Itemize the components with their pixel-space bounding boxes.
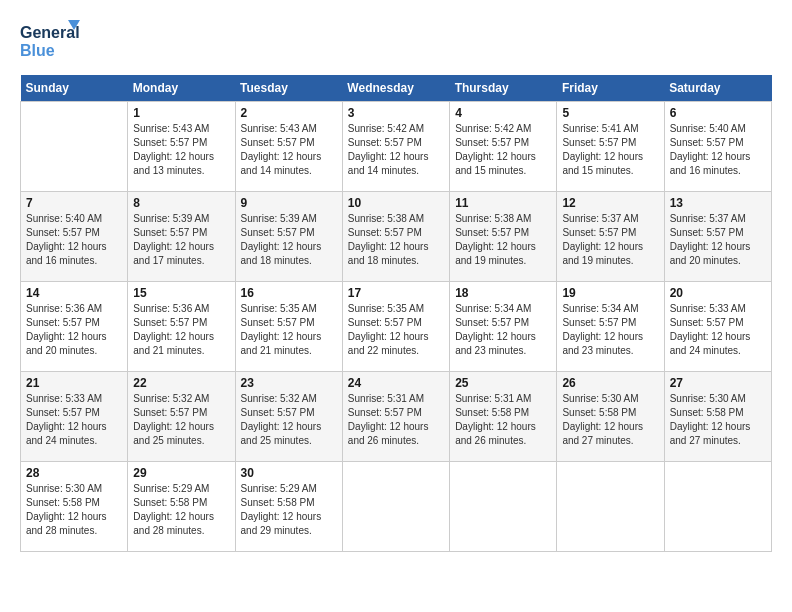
day-info: Sunrise: 5:43 AM Sunset: 5:57 PM Dayligh… xyxy=(241,122,337,178)
calendar-cell: 20Sunrise: 5:33 AM Sunset: 5:57 PM Dayli… xyxy=(664,282,771,372)
calendar-cell: 12Sunrise: 5:37 AM Sunset: 5:57 PM Dayli… xyxy=(557,192,664,282)
day-info: Sunrise: 5:37 AM Sunset: 5:57 PM Dayligh… xyxy=(562,212,658,268)
calendar-cell: 24Sunrise: 5:31 AM Sunset: 5:57 PM Dayli… xyxy=(342,372,449,462)
day-number: 8 xyxy=(133,196,229,210)
day-number: 3 xyxy=(348,106,444,120)
calendar-cell: 22Sunrise: 5:32 AM Sunset: 5:57 PM Dayli… xyxy=(128,372,235,462)
calendar-cell: 2Sunrise: 5:43 AM Sunset: 5:57 PM Daylig… xyxy=(235,102,342,192)
day-number: 20 xyxy=(670,286,766,300)
calendar-cell: 16Sunrise: 5:35 AM Sunset: 5:57 PM Dayli… xyxy=(235,282,342,372)
day-info: Sunrise: 5:35 AM Sunset: 5:57 PM Dayligh… xyxy=(241,302,337,358)
days-header-row: SundayMondayTuesdayWednesdayThursdayFrid… xyxy=(21,75,772,102)
day-number: 11 xyxy=(455,196,551,210)
day-info: Sunrise: 5:38 AM Sunset: 5:57 PM Dayligh… xyxy=(455,212,551,268)
day-info: Sunrise: 5:33 AM Sunset: 5:57 PM Dayligh… xyxy=(670,302,766,358)
day-number: 23 xyxy=(241,376,337,390)
calendar-cell: 7Sunrise: 5:40 AM Sunset: 5:57 PM Daylig… xyxy=(21,192,128,282)
day-number: 7 xyxy=(26,196,122,210)
day-of-week-header: Monday xyxy=(128,75,235,102)
day-number: 28 xyxy=(26,466,122,480)
calendar-cell: 25Sunrise: 5:31 AM Sunset: 5:58 PM Dayli… xyxy=(450,372,557,462)
day-number: 9 xyxy=(241,196,337,210)
day-info: Sunrise: 5:31 AM Sunset: 5:57 PM Dayligh… xyxy=(348,392,444,448)
calendar-cell: 17Sunrise: 5:35 AM Sunset: 5:57 PM Dayli… xyxy=(342,282,449,372)
day-number: 16 xyxy=(241,286,337,300)
calendar-cell: 30Sunrise: 5:29 AM Sunset: 5:58 PM Dayli… xyxy=(235,462,342,552)
calendar-cell: 28Sunrise: 5:30 AM Sunset: 5:58 PM Dayli… xyxy=(21,462,128,552)
calendar-week-row: 28Sunrise: 5:30 AM Sunset: 5:58 PM Dayli… xyxy=(21,462,772,552)
day-info: Sunrise: 5:36 AM Sunset: 5:57 PM Dayligh… xyxy=(26,302,122,358)
day-info: Sunrise: 5:35 AM Sunset: 5:57 PM Dayligh… xyxy=(348,302,444,358)
day-info: Sunrise: 5:43 AM Sunset: 5:57 PM Dayligh… xyxy=(133,122,229,178)
day-info: Sunrise: 5:29 AM Sunset: 5:58 PM Dayligh… xyxy=(133,482,229,538)
calendar-week-row: 21Sunrise: 5:33 AM Sunset: 5:57 PM Dayli… xyxy=(21,372,772,462)
day-number: 21 xyxy=(26,376,122,390)
calendar-cell: 9Sunrise: 5:39 AM Sunset: 5:57 PM Daylig… xyxy=(235,192,342,282)
day-info: Sunrise: 5:32 AM Sunset: 5:57 PM Dayligh… xyxy=(133,392,229,448)
day-number: 30 xyxy=(241,466,337,480)
calendar-body: 1Sunrise: 5:43 AM Sunset: 5:57 PM Daylig… xyxy=(21,102,772,552)
day-info: Sunrise: 5:40 AM Sunset: 5:57 PM Dayligh… xyxy=(26,212,122,268)
svg-text:Blue: Blue xyxy=(20,42,55,59)
calendar-cell: 10Sunrise: 5:38 AM Sunset: 5:57 PM Dayli… xyxy=(342,192,449,282)
day-info: Sunrise: 5:30 AM Sunset: 5:58 PM Dayligh… xyxy=(562,392,658,448)
day-info: Sunrise: 5:30 AM Sunset: 5:58 PM Dayligh… xyxy=(670,392,766,448)
calendar-cell: 27Sunrise: 5:30 AM Sunset: 5:58 PM Dayli… xyxy=(664,372,771,462)
day-info: Sunrise: 5:30 AM Sunset: 5:58 PM Dayligh… xyxy=(26,482,122,538)
day-info: Sunrise: 5:29 AM Sunset: 5:58 PM Dayligh… xyxy=(241,482,337,538)
day-number: 22 xyxy=(133,376,229,390)
day-info: Sunrise: 5:41 AM Sunset: 5:57 PM Dayligh… xyxy=(562,122,658,178)
calendar-cell: 11Sunrise: 5:38 AM Sunset: 5:57 PM Dayli… xyxy=(450,192,557,282)
calendar-week-row: 14Sunrise: 5:36 AM Sunset: 5:57 PM Dayli… xyxy=(21,282,772,372)
day-of-week-header: Tuesday xyxy=(235,75,342,102)
day-info: Sunrise: 5:36 AM Sunset: 5:57 PM Dayligh… xyxy=(133,302,229,358)
day-number: 26 xyxy=(562,376,658,390)
day-number: 18 xyxy=(455,286,551,300)
day-number: 19 xyxy=(562,286,658,300)
day-number: 1 xyxy=(133,106,229,120)
calendar-table: SundayMondayTuesdayWednesdayThursdayFrid… xyxy=(20,75,772,552)
calendar-cell xyxy=(450,462,557,552)
calendar-cell: 6Sunrise: 5:40 AM Sunset: 5:57 PM Daylig… xyxy=(664,102,771,192)
calendar-cell: 29Sunrise: 5:29 AM Sunset: 5:58 PM Dayli… xyxy=(128,462,235,552)
page-header: GeneralBlue xyxy=(20,20,772,65)
day-info: Sunrise: 5:38 AM Sunset: 5:57 PM Dayligh… xyxy=(348,212,444,268)
day-info: Sunrise: 5:33 AM Sunset: 5:57 PM Dayligh… xyxy=(26,392,122,448)
day-number: 25 xyxy=(455,376,551,390)
calendar-cell xyxy=(21,102,128,192)
day-number: 24 xyxy=(348,376,444,390)
day-number: 12 xyxy=(562,196,658,210)
day-number: 5 xyxy=(562,106,658,120)
day-number: 10 xyxy=(348,196,444,210)
day-info: Sunrise: 5:42 AM Sunset: 5:57 PM Dayligh… xyxy=(455,122,551,178)
day-info: Sunrise: 5:32 AM Sunset: 5:57 PM Dayligh… xyxy=(241,392,337,448)
day-info: Sunrise: 5:40 AM Sunset: 5:57 PM Dayligh… xyxy=(670,122,766,178)
calendar-cell xyxy=(342,462,449,552)
calendar-cell: 3Sunrise: 5:42 AM Sunset: 5:57 PM Daylig… xyxy=(342,102,449,192)
calendar-cell xyxy=(664,462,771,552)
calendar-cell: 18Sunrise: 5:34 AM Sunset: 5:57 PM Dayli… xyxy=(450,282,557,372)
calendar-cell: 1Sunrise: 5:43 AM Sunset: 5:57 PM Daylig… xyxy=(128,102,235,192)
calendar-week-row: 7Sunrise: 5:40 AM Sunset: 5:57 PM Daylig… xyxy=(21,192,772,282)
day-of-week-header: Wednesday xyxy=(342,75,449,102)
calendar-cell: 15Sunrise: 5:36 AM Sunset: 5:57 PM Dayli… xyxy=(128,282,235,372)
day-number: 14 xyxy=(26,286,122,300)
calendar-cell: 23Sunrise: 5:32 AM Sunset: 5:57 PM Dayli… xyxy=(235,372,342,462)
day-number: 6 xyxy=(670,106,766,120)
day-number: 27 xyxy=(670,376,766,390)
calendar-cell: 13Sunrise: 5:37 AM Sunset: 5:57 PM Dayli… xyxy=(664,192,771,282)
calendar-cell: 5Sunrise: 5:41 AM Sunset: 5:57 PM Daylig… xyxy=(557,102,664,192)
day-info: Sunrise: 5:39 AM Sunset: 5:57 PM Dayligh… xyxy=(133,212,229,268)
calendar-cell: 14Sunrise: 5:36 AM Sunset: 5:57 PM Dayli… xyxy=(21,282,128,372)
svg-text:General: General xyxy=(20,24,80,41)
day-number: 17 xyxy=(348,286,444,300)
day-number: 4 xyxy=(455,106,551,120)
day-of-week-header: Saturday xyxy=(664,75,771,102)
calendar-cell: 8Sunrise: 5:39 AM Sunset: 5:57 PM Daylig… xyxy=(128,192,235,282)
logo-svg: GeneralBlue xyxy=(20,20,80,65)
calendar-cell xyxy=(557,462,664,552)
day-info: Sunrise: 5:31 AM Sunset: 5:58 PM Dayligh… xyxy=(455,392,551,448)
day-number: 15 xyxy=(133,286,229,300)
logo: GeneralBlue xyxy=(20,20,80,65)
calendar-cell: 4Sunrise: 5:42 AM Sunset: 5:57 PM Daylig… xyxy=(450,102,557,192)
